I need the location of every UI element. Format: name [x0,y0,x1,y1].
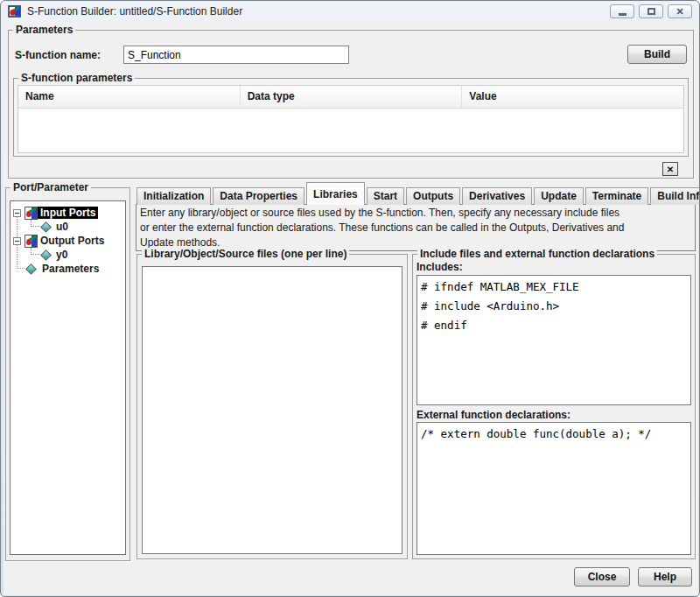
include-files-group-label: Include files and external function decl… [417,248,657,260]
tab-initialization[interactable]: Initialization [136,187,211,205]
collapse-input-ports-toggle[interactable] [13,209,21,217]
close-button[interactable]: Close [574,567,630,586]
library-files-group-label: Library/Object/Source files (one per lin… [142,248,349,260]
tree-connector-line [17,263,24,269]
tab-terminate[interactable]: Terminate [585,187,648,205]
tab-derivatives[interactable]: Derivatives [462,187,532,205]
tree-item-output-ports[interactable]: Output Ports [24,234,107,248]
libraries-description: Enter any library/object or source files… [136,204,696,251]
parameters-diamond-icon [25,263,37,275]
maximize-icon [648,8,655,15]
tab-libraries[interactable]: Libraries [306,182,365,205]
tab-build-info[interactable]: Build Info [650,187,700,205]
help-button[interactable]: Help [638,567,692,586]
description-line: or enter the external function declarati… [140,221,691,235]
port-diamond-icon [40,249,52,261]
tree-item-parameters[interactable]: Parameters [25,262,102,276]
sfunction-name-label: S-function name: [15,49,101,61]
sfunction-builder-window: S-Function Builder: untitled/S-Function … [0,0,700,597]
port-parameter-group-label: Port/Parameter [10,181,91,193]
tree-connector-line [31,220,39,227]
tree-item-label: Output Ports [38,235,107,247]
tab-data-properties[interactable]: Data Properties [213,187,304,205]
delete-parameter-button[interactable]: ✕ [662,162,678,176]
window-title: S-Function Builder: untitled/S-Function … [27,5,242,18]
tree-item-label: u0 [53,221,71,233]
parameters-table-header: Name Data type Value [18,86,683,109]
close-icon: ✕ [676,7,683,17]
includes-label: Includes: [416,261,463,273]
tree-connector-line [31,248,39,255]
input-ports-icon [24,207,38,220]
delete-x-icon: ✕ [667,165,674,174]
parameters-table[interactable]: Name Data type Value [18,85,684,153]
method-tabs: Initialization Data Properties Libraries… [136,187,700,205]
parameters-group-label: Parameters [13,24,75,36]
tab-update[interactable]: Update [534,187,584,205]
sfunction-name-input[interactable] [123,46,349,64]
sfunction-parameters-group-label: S-function parameters [18,72,135,84]
minimize-icon [619,13,626,16]
external-declarations-textarea[interactable]: /* extern double func(double a); */ [416,422,691,555]
sfunction-builder-app-icon [8,4,22,18]
minimize-button[interactable] [610,4,634,18]
description-line: Enter any library/object or source files… [140,206,691,221]
column-header-datatype[interactable]: Data type [241,86,463,108]
port-diamond-icon [40,221,52,233]
library-files-textarea[interactable] [142,266,402,554]
includes-textarea[interactable]: # ifndef MATLAB_MEX_FILE # include <Ardu… [416,275,691,405]
tree-item-label: Input Ports [38,207,98,219]
tree-item-u0[interactable]: u0 [40,220,71,234]
titlebar[interactable]: S-Function Builder: untitled/S-Function … [1,1,699,21]
output-ports-icon [24,235,38,248]
column-header-name[interactable]: Name [18,86,241,108]
maximize-button[interactable] [639,4,663,18]
external-declarations-label: External function declarations: [416,409,570,421]
build-button[interactable]: Build [627,45,687,64]
tree-item-y0[interactable]: y0 [40,248,70,262]
column-header-value[interactable]: Value [462,86,683,108]
tab-start[interactable]: Start [367,187,404,205]
tree-item-label: y0 [53,249,70,261]
close-window-button[interactable]: ✕ [668,4,692,18]
tab-outputs[interactable]: Outputs [406,187,460,205]
collapse-output-ports-toggle[interactable] [13,237,21,245]
tree-item-input-ports[interactable]: Input Ports [24,206,98,220]
tree-item-label: Parameters [39,263,102,275]
